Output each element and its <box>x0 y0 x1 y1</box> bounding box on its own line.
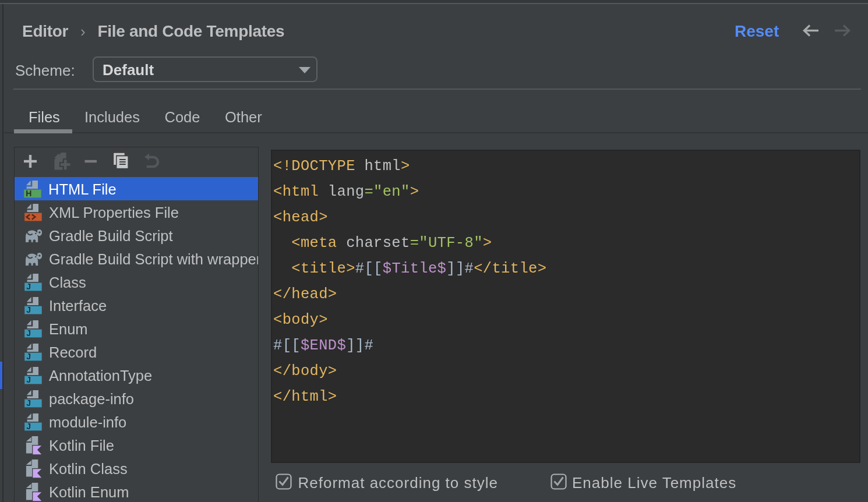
svg-text:J: J <box>26 328 31 338</box>
svg-text:J: J <box>26 398 31 408</box>
svg-text:J: J <box>26 352 31 361</box>
svg-text:H: H <box>26 189 31 198</box>
svg-text:J: J <box>26 282 31 291</box>
svg-text:J: J <box>26 375 31 384</box>
svg-text:J: J <box>26 305 31 314</box>
svg-text:J: J <box>26 422 31 431</box>
